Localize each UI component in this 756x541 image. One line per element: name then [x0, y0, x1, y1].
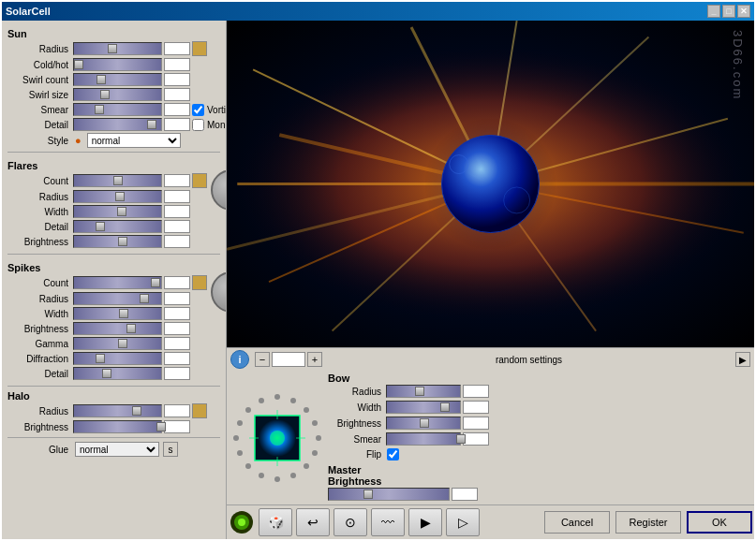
- sun-swirl-count-input[interactable]: 26: [164, 73, 190, 86]
- sun-smear-slider[interactable]: [73, 103, 162, 116]
- window-title: SolarCell: [6, 6, 51, 17]
- sun-color-swatch[interactable]: [192, 41, 207, 56]
- spikes-detail-row: Detail 33: [7, 367, 207, 380]
- sun-smear-row: Smear 24 Vortices: [7, 103, 220, 116]
- flares-width-input[interactable]: 49: [164, 205, 190, 218]
- bow-brightness-slider[interactable]: [386, 417, 461, 430]
- spikes-brightness-input[interactable]: 61: [164, 322, 190, 335]
- bow-width-slider[interactable]: [386, 401, 461, 414]
- sun-style-row: Style ● normal plasma fire ice: [7, 133, 220, 148]
- bow-brightness-input[interactable]: 42: [463, 417, 489, 430]
- sun-swirl-count-slider[interactable]: [73, 73, 162, 86]
- spikes-radius-slider[interactable]: [73, 292, 162, 305]
- zoom-out-button[interactable]: −: [255, 352, 270, 367]
- spikes-brightness-slider[interactable]: [73, 322, 162, 335]
- svg-point-15: [442, 136, 540, 233]
- master-brightness-slider[interactable]: [328, 488, 450, 501]
- spikes-detail-input[interactable]: 33: [164, 367, 190, 380]
- flares-brightness-input[interactable]: 50: [164, 235, 190, 248]
- spikes-color-swatch[interactable]: [192, 275, 207, 290]
- monopoles-label: Monopoles: [207, 120, 227, 130]
- vortices-checkbox[interactable]: [192, 104, 204, 116]
- sun-detail-input[interactable]: 83: [164, 118, 190, 131]
- close-button[interactable]: ✕: [737, 5, 750, 18]
- spikes-diffraction-slider[interactable]: [73, 352, 162, 365]
- halo-radius-input[interactable]: 67: [164, 404, 190, 417]
- bottom-toolbar: 🎲 ↩ ⊙ 〰 ▶ ▷ Cancel Register OK: [227, 504, 754, 539]
- sun-swirl-size-input[interactable]: 30: [164, 88, 190, 101]
- spikes-count-input[interactable]: 94: [164, 276, 190, 289]
- bow-smear-slider[interactable]: [386, 432, 461, 446]
- flares-count-input[interactable]: 45: [164, 174, 190, 187]
- bow-smear-input[interactable]: 94: [463, 432, 489, 446]
- glue-s-button[interactable]: s: [163, 442, 178, 457]
- play2-button[interactable]: ▷: [446, 508, 480, 536]
- monopoles-checkbox[interactable]: [192, 119, 204, 131]
- flares-brightness-label: Brightness: [7, 237, 71, 247]
- sun-coldhot-input[interactable]: 0: [164, 58, 190, 71]
- sun-style-select[interactable]: normal plasma fire ice: [87, 133, 181, 148]
- flares-count-slider[interactable]: [73, 174, 162, 187]
- svg-point-19: [290, 398, 296, 403]
- sun-detail-slider[interactable]: [73, 118, 162, 131]
- flares-width-slider[interactable]: [73, 205, 162, 218]
- bow-radius-input[interactable]: 35: [463, 385, 489, 398]
- spikes-gamma-slider[interactable]: [73, 337, 162, 350]
- spikes-width-label: Width: [7, 309, 71, 319]
- play-button[interactable]: ▶: [408, 508, 442, 536]
- spikes-diffraction-input[interactable]: 25: [164, 352, 190, 365]
- sun-swirl-count-row: Swirl count 26: [7, 73, 220, 86]
- zoom-control: − 100% +: [255, 352, 322, 367]
- bow-radius-row: Radius 35: [328, 385, 750, 398]
- flares-brightness-slider[interactable]: [73, 235, 162, 248]
- wave-button[interactable]: 〰: [371, 508, 405, 536]
- sun-radius-row: Radius 38: [7, 41, 220, 56]
- minimize-button[interactable]: _: [707, 5, 720, 18]
- halo-brightness-input[interactable]: 99: [164, 420, 190, 433]
- flares-dial[interactable]: [211, 169, 227, 211]
- flares-detail-input[interactable]: 25: [164, 220, 190, 233]
- ok-button[interactable]: OK: [687, 511, 752, 534]
- monopoles-row: Monopoles: [192, 119, 227, 131]
- sun-smear-input[interactable]: 24: [164, 103, 190, 116]
- thumbnail-area: [230, 373, 324, 503]
- master-brightness-input[interactable]: 30: [452, 488, 478, 501]
- spikes-diffraction-row: Diffraction 25: [7, 352, 207, 365]
- spikes-gamma-input[interactable]: 51: [164, 337, 190, 350]
- sun-coldhot-slider[interactable]: [73, 58, 162, 71]
- flares-detail-slider[interactable]: [73, 220, 162, 233]
- bow-radius-slider[interactable]: [386, 385, 461, 398]
- spikes-dial[interactable]: [211, 271, 227, 313]
- undo-button[interactable]: ↩: [296, 508, 330, 536]
- info-button[interactable]: i: [230, 350, 249, 369]
- spikes-count-slider[interactable]: [73, 276, 162, 289]
- sun-radius-input[interactable]: 38: [164, 42, 190, 55]
- maximize-button[interactable]: □: [722, 5, 735, 18]
- zoom-input[interactable]: 100%: [272, 352, 305, 367]
- sun-swirl-size-slider[interactable]: [73, 88, 162, 101]
- zoom-in-button[interactable]: +: [307, 352, 322, 367]
- spikes-width-input[interactable]: 52: [164, 307, 190, 320]
- register-button[interactable]: Register: [615, 511, 681, 534]
- spikes-gamma-label: Gamma: [7, 339, 71, 349]
- halo-color-swatch[interactable]: [192, 403, 207, 418]
- spikes-radius-input[interactable]: 77: [164, 292, 190, 305]
- flares-radius-slider[interactable]: [73, 190, 162, 203]
- halo-radius-slider[interactable]: [73, 404, 162, 417]
- expand-button[interactable]: ▶: [735, 352, 750, 367]
- dice-button[interactable]: 🎲: [259, 508, 292, 536]
- cancel-button[interactable]: Cancel: [544, 511, 610, 534]
- flares-radius-input[interactable]: 47: [164, 190, 190, 203]
- random-label: random settings: [328, 355, 730, 365]
- spikes-detail-slider[interactable]: [73, 367, 162, 380]
- spikes-width-row: Width 52: [7, 307, 207, 320]
- bow-flip-checkbox[interactable]: [387, 448, 399, 461]
- flares-color-swatch[interactable]: [192, 173, 207, 188]
- halo-brightness-slider[interactable]: [73, 420, 162, 433]
- svg-point-23: [312, 450, 318, 456]
- bow-width-input[interactable]: 72: [463, 401, 489, 414]
- spikes-width-slider[interactable]: [73, 307, 162, 320]
- circle-button[interactable]: ⊙: [334, 508, 367, 536]
- sun-radius-slider[interactable]: [73, 42, 162, 55]
- glue-select[interactable]: normal add multiply: [75, 442, 159, 457]
